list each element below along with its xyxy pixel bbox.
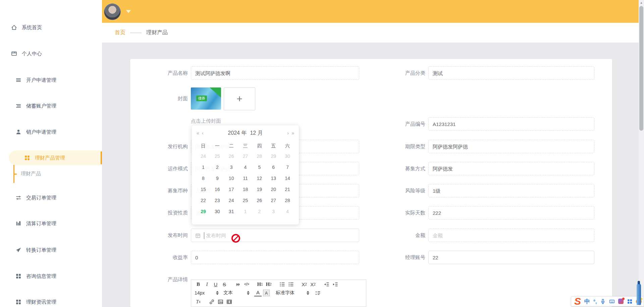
term-type-input[interactable]: 阿萨德发阿萨德 (428, 140, 594, 153)
sidebar-item-account-close[interactable]: 销户申请管理 (0, 125, 102, 139)
calendar-day[interactable]: 27 (238, 152, 253, 160)
font-size-select[interactable]: 14px (195, 290, 219, 296)
yield-rate-input[interactable]: 0 (191, 251, 359, 264)
toolbox-grid-icon[interactable] (627, 299, 633, 304)
calendar-day[interactable]: 3 (224, 163, 238, 171)
sidebar-item-financial-products[interactable]: 理财产品管理 (9, 150, 102, 165)
text-color-button[interactable]: A (254, 289, 262, 297)
heading2-button[interactable]: H2 (265, 281, 272, 288)
calendar-day[interactable]: 1 (238, 207, 253, 216)
calendar-day[interactable]: 7 (280, 163, 294, 171)
underline-button[interactable]: U (212, 281, 219, 288)
publish-time-input[interactable]: 发布时间 (191, 229, 359, 242)
calendar-day[interactable]: 9 (210, 174, 224, 182)
calendar-day[interactable]: 4 (238, 163, 253, 171)
calendar-day[interactable]: 3 (266, 207, 280, 216)
calendar-day[interactable]: 31 (224, 207, 238, 216)
product-name-input[interactable]: 测试阿萨德发啊 (191, 66, 359, 80)
subscript-button[interactable]: X2 (301, 281, 308, 288)
calendar-day[interactable]: 30 (210, 207, 224, 216)
calendar-day[interactable]: 10 (224, 174, 238, 182)
scrollbar-thumb[interactable] (639, 6, 643, 131)
sidebar-item-account-open[interactable]: 开户申请管理 (0, 73, 102, 87)
calendar-day[interactable]: 11 (238, 174, 253, 182)
font-family-select[interactable]: 标准字体 (276, 290, 309, 296)
sidebar-item-clearing-orders[interactable]: 清算订单管理 (0, 216, 102, 231)
indent-button[interactable] (331, 281, 339, 288)
insert-video-button[interactable] (225, 298, 233, 305)
rich-text-editor[interactable]: B I U S ” </> H1 H2 X2 X2 14px (191, 280, 366, 307)
calendar-day[interactable]: 18 (238, 185, 253, 193)
breadcrumb-home-link[interactable]: 首页 (115, 29, 125, 36)
line-height-button[interactable] (314, 289, 321, 297)
risk-level-input[interactable]: 1级 (428, 184, 594, 197)
calendar-day[interactable]: 23 (210, 196, 224, 204)
calendar-day[interactable]: 27 (266, 196, 280, 204)
calendar-day[interactable]: 30 (280, 152, 294, 160)
prev-month-button[interactable]: ‹ (202, 125, 204, 141)
calendar-day[interactable]: 26 (224, 152, 238, 160)
insert-image-button[interactable] (217, 298, 224, 305)
skin-icon[interactable] (618, 299, 624, 304)
calendar-day[interactable]: 4 (280, 207, 294, 216)
calendar-day[interactable]: 25 (238, 196, 253, 204)
actual-days-input[interactable]: 222 (428, 206, 594, 220)
user-avatar[interactable] (104, 3, 121, 20)
punctuation-mode-icon[interactable]: °, (593, 299, 597, 304)
calendar-day[interactable]: 28 (252, 152, 266, 160)
sidebar-item-financial-news[interactable]: 理财资讯管理 (0, 295, 102, 307)
sidebar-item-savings-account[interactable]: 储蓄账户管理 (0, 99, 102, 113)
sidebar-subitem-financial-product[interactable]: 理财产品 (0, 167, 102, 180)
calendar-day[interactable]: 13 (266, 174, 280, 182)
sidebar-item-consult-info[interactable]: 咨询信息管理 (0, 269, 102, 284)
insert-link-button[interactable] (208, 298, 215, 305)
heading1-button[interactable]: H1 (256, 281, 264, 288)
clear-format-button[interactable]: Tx (195, 298, 202, 305)
outdent-button[interactable] (323, 281, 330, 288)
paragraph-format-select[interactable]: 文本 (223, 290, 250, 296)
next-year-button[interactable]: » (291, 125, 294, 141)
strikethrough-button[interactable]: S (221, 281, 228, 288)
calendar-day[interactable]: 29 (266, 152, 280, 160)
calendar-day[interactable]: 5 (252, 163, 266, 171)
next-month-button[interactable]: › (287, 125, 289, 141)
product-code-input[interactable]: A1231231 (428, 117, 594, 131)
code-button[interactable]: </> (243, 281, 250, 288)
italic-button[interactable]: I (203, 281, 211, 288)
add-cover-button[interactable]: + (224, 87, 255, 110)
calendar-day[interactable]: 2 (252, 207, 266, 216)
product-category-input[interactable]: 测试 (428, 66, 594, 80)
calendar-day[interactable]: 19 (252, 185, 266, 193)
microphone-icon[interactable] (600, 299, 606, 304)
calendar-day[interactable]: 15 (196, 185, 210, 193)
sidebar-item-conversion-orders[interactable]: 转换订单管理 (0, 243, 102, 257)
cover-image-thumbnail[interactable]: 债券 (191, 87, 221, 110)
year-title[interactable]: 2024 年 (228, 130, 247, 137)
scrollbar-up-arrow[interactable]: ▲ (639, 1, 644, 4)
calendar-day[interactable]: 20 (266, 185, 280, 193)
calendar-day[interactable]: 21 (280, 185, 294, 193)
month-title[interactable]: 12 月 (250, 130, 263, 137)
calendar-day[interactable]: 22 (196, 196, 210, 204)
superscript-button[interactable]: X2 (309, 281, 317, 288)
calendar-day[interactable]: 28 (280, 196, 294, 204)
calendar-day[interactable]: 17 (224, 185, 238, 193)
prev-year-button[interactable]: « (197, 125, 199, 141)
bold-button[interactable]: B (195, 281, 202, 288)
sidebar-item-personal-center[interactable]: 个人中心 (0, 46, 102, 61)
calendar-day[interactable]: 2 (210, 163, 224, 171)
sidebar-item-trade-orders[interactable]: 交易订单管理 (0, 190, 102, 205)
calendar-day[interactable]: 24 (196, 152, 210, 160)
calendar-day[interactable]: 16 (210, 185, 224, 193)
amount-input[interactable]: 金额 (428, 229, 594, 242)
background-color-button[interactable]: A (263, 290, 270, 296)
chinese-mode-icon[interactable]: 中 (584, 298, 590, 305)
manager-account-input[interactable]: 22 (428, 251, 594, 264)
calendar-day[interactable]: 1 (196, 163, 210, 171)
keyboard-icon[interactable] (609, 299, 615, 304)
sidebar-item-system-home[interactable]: 系统首页 (0, 20, 102, 35)
calendar-day[interactable]: 24 (224, 196, 238, 204)
calendar-day[interactable]: 12 (252, 174, 266, 182)
blockquote-button[interactable]: ” (234, 280, 241, 290)
unordered-list-button[interactable] (287, 281, 294, 288)
